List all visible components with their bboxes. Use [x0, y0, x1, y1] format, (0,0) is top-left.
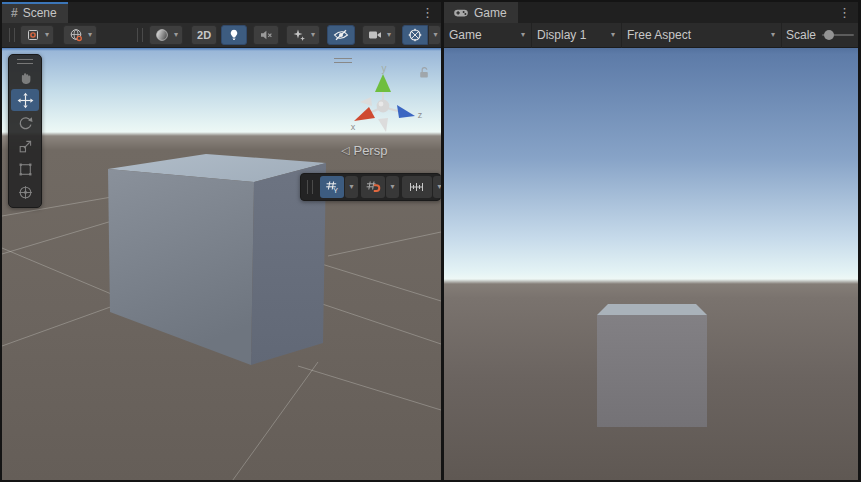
persp-arrow-icon: ◁: [341, 144, 349, 157]
scene-cube[interactable]: [108, 154, 326, 365]
lightbulb-icon: [226, 27, 242, 43]
game-popup-label: Game: [449, 28, 482, 42]
aspect-popup-label: Free Aspect: [627, 28, 691, 42]
component-tools-button[interactable]: [402, 25, 428, 45]
display-popup[interactable]: Display 1 ▾: [532, 23, 622, 48]
view-hand-tool[interactable]: [11, 66, 39, 88]
scale-slider-knob[interactable]: [824, 30, 834, 40]
transform-tool[interactable]: [11, 181, 39, 203]
tab-game[interactable]: Game: [444, 2, 518, 23]
toolbar-drag-handle[interactable]: [137, 28, 143, 42]
gizmo-axis-white-down[interactable]: [378, 118, 388, 132]
gizmo-axis-white-left[interactable]: [360, 97, 372, 106]
game-tab-label: Game: [474, 6, 507, 20]
dropdown-arrow-icon: ▾: [311, 31, 315, 39]
projection-label: Persp: [353, 143, 387, 158]
gizmo-axis-y[interactable]: [375, 74, 391, 92]
2d-toggle-button[interactable]: 2D: [191, 25, 217, 45]
rect-icon: [17, 161, 34, 178]
globe-icon: [68, 27, 84, 43]
dropdown-arrow-icon: ▾: [88, 31, 92, 39]
dropdown-arrow-icon: ▾: [390, 183, 394, 191]
rotate-icon: [17, 115, 34, 132]
camera-icon: [367, 27, 383, 43]
toolbar-drag-handle[interactable]: [9, 28, 15, 42]
grid-y-icon: Y: [324, 179, 340, 195]
component-tools-dropdown[interactable]: ▾: [428, 25, 441, 45]
tab-scene[interactable]: # Scene: [2, 2, 68, 23]
move-tool[interactable]: [11, 89, 39, 111]
focused-tab-accent: [2, 2, 68, 4]
orientation-global-button[interactable]: ▾: [63, 25, 97, 45]
display-popup-label: Display 1: [537, 28, 586, 42]
tool-settings-button[interactable]: ▾: [20, 25, 54, 45]
draw-mode-button[interactable]: ▾: [149, 25, 183, 45]
overlay-drag-handle[interactable]: [307, 180, 313, 194]
snap-increment-dropdown[interactable]: ▾: [433, 176, 441, 198]
scene-grid-icon: #: [11, 6, 18, 20]
scene-tab-label: Scene: [23, 6, 57, 20]
game-mode-popup[interactable]: Game ▾: [444, 23, 532, 48]
rect-tool[interactable]: [11, 158, 39, 180]
scale-slider[interactable]: [822, 30, 854, 40]
gamepad-icon: [453, 5, 469, 21]
gizmo-axis-z[interactable]: [397, 105, 415, 118]
grid-snapping-button[interactable]: [361, 176, 385, 198]
scene-toolbar: ▾ ▾ ▾ 2D: [2, 23, 441, 48]
scene-lighting-toggle[interactable]: [221, 25, 247, 45]
overlay-drag-handle[interactable]: [17, 59, 33, 64]
rotation-lock-icon[interactable]: [416, 65, 432, 81]
unity-editor-window: # Scene ⋮ ▾ ▾: [0, 0, 861, 482]
projection-toggle[interactable]: ◁ Persp: [341, 143, 387, 158]
gizmo-z-label: z: [418, 110, 423, 120]
gizmo-x-label: x: [351, 122, 356, 132]
game-panel-menu-button[interactable]: ⋮: [831, 2, 858, 23]
dropdown-arrow-icon: ▾: [349, 183, 353, 191]
grid-snapping-dropdown[interactable]: ▾: [386, 176, 399, 198]
gizmo-y-label: y: [382, 63, 387, 74]
aspect-ratio-popup[interactable]: Free Aspect ▾: [622, 23, 782, 48]
audio-toggle-button[interactable]: [253, 25, 279, 45]
scale-control: Scale: [786, 28, 858, 42]
grid-magnet-icon: [365, 179, 381, 195]
transform-icon: [17, 184, 34, 201]
effects-star-icon: [291, 27, 307, 43]
gizmo-center[interactable]: [377, 100, 390, 113]
game-cube-top-face: [597, 304, 707, 315]
pivot-icon: [25, 27, 41, 43]
shaded-sphere-icon: [154, 27, 170, 43]
orientation-gizmo[interactable]: y x z: [340, 62, 426, 148]
gizmo-sphere-icon: [407, 27, 423, 43]
game-viewport[interactable]: [444, 48, 858, 480]
scene-effects-button[interactable]: ▾: [286, 25, 320, 45]
grid-visibility-dropdown[interactable]: ▾: [345, 176, 358, 198]
scene-visibility-toggle[interactable]: [327, 25, 355, 45]
scale-icon: [17, 138, 34, 155]
scene-tabbar: # Scene ⋮: [2, 2, 441, 23]
scale-tool[interactable]: [11, 135, 39, 157]
rotate-tool[interactable]: [11, 112, 39, 134]
game-toolbar: Game ▾ Display 1 ▾ Free Aspect ▾ Scale: [444, 23, 858, 48]
dropdown-arrow-icon: ▾: [771, 31, 775, 39]
svg-text:Y: Y: [333, 187, 338, 194]
scale-label: Scale: [786, 28, 816, 42]
dropdown-arrow-icon: ▾: [611, 31, 615, 39]
scene-camera-settings-button[interactable]: ▾: [362, 25, 396, 45]
dropdown-arrow-icon: ▾: [45, 31, 49, 39]
gizmo-axis-x[interactable]: [354, 107, 375, 121]
snap-increment-button[interactable]: [402, 176, 432, 198]
dropdown-arrow-icon: ▾: [434, 31, 438, 39]
hand-icon: [17, 69, 34, 86]
scene-viewport[interactable]: y x z ◁ Persp Y ▾: [2, 48, 441, 480]
dropdown-arrow-icon: ▾: [521, 31, 525, 39]
2d-label: 2D: [197, 29, 211, 41]
game-cube-front-face: [597, 315, 707, 427]
speaker-muted-icon: [258, 27, 274, 43]
move-icon: [17, 92, 34, 109]
grid-snap-overlay: Y ▾ ▾ ▾: [300, 173, 441, 201]
scene-panel-menu-button[interactable]: ⋮: [414, 2, 441, 23]
snap-increment-icon: [408, 179, 426, 195]
grid-visibility-button[interactable]: Y: [320, 176, 344, 198]
game-panel: Game ⋮ Game ▾ Display 1 ▾ Free Aspect ▾ …: [444, 2, 858, 480]
dropdown-arrow-icon: ▾: [437, 183, 441, 191]
